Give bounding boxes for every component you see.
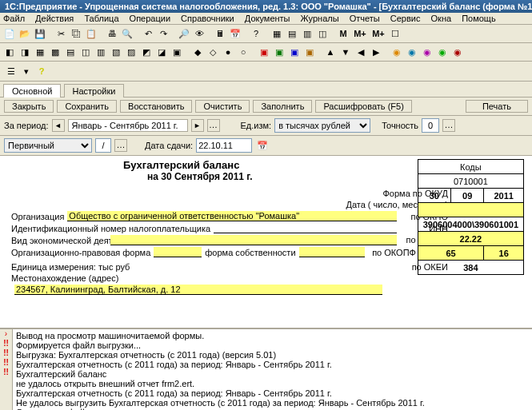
find-icon[interactable]: 🔎 xyxy=(177,26,191,41)
tb2-26-icon[interactable]: ◉ xyxy=(405,45,419,59)
menu-table[interactable]: Таблица xyxy=(84,14,118,23)
cut-icon[interactable]: ✂ xyxy=(54,26,68,41)
period-label: За период: xyxy=(4,121,49,130)
undo-icon[interactable]: ↶ xyxy=(141,26,155,41)
doc4-icon[interactable]: ◫ xyxy=(315,26,330,41)
okpo-value[interactable] xyxy=(418,203,523,217)
tb2-28-icon[interactable]: ◉ xyxy=(435,45,450,59)
save-button[interactable]: Сохранить xyxy=(57,100,117,113)
binoculars-icon[interactable]: 👁 xyxy=(192,26,206,41)
tb2-18-icon[interactable]: ▣ xyxy=(272,45,286,59)
tb2-15-icon[interactable]: ● xyxy=(221,45,235,59)
tb2-2-icon[interactable]: ◨ xyxy=(18,45,32,59)
tb2-10-icon[interactable]: ◩ xyxy=(139,45,154,59)
doc2-icon[interactable]: ▤ xyxy=(285,26,299,41)
help-icon[interactable]: ? xyxy=(249,26,263,41)
tb2-12-icon[interactable]: ▣ xyxy=(170,45,184,59)
tb2-24-icon[interactable]: ▶ xyxy=(369,45,383,59)
org-value[interactable]: Общество с ограниченной ответственностью… xyxy=(67,211,397,221)
copy-icon[interactable]: ⿻ xyxy=(69,26,83,41)
calendar-picker-icon[interactable]: 📅 xyxy=(255,138,270,153)
menu-actions[interactable]: Действия xyxy=(35,14,74,23)
copy-picker-button[interactable]: … xyxy=(114,139,127,152)
period-value: Январь - Сентябрь 2011 г. xyxy=(68,119,188,132)
tb2-14-icon[interactable]: ◇ xyxy=(206,45,220,59)
tb2-7-icon[interactable]: ▥ xyxy=(94,45,108,59)
okopf-value[interactable]: 65 xyxy=(418,246,484,261)
save-icon[interactable]: 💾 xyxy=(33,26,47,41)
tb2-16-icon[interactable]: ○ xyxy=(236,45,250,59)
menu-file[interactable]: Файл xyxy=(3,14,25,23)
tb2-21-icon[interactable]: ▲ xyxy=(323,45,338,59)
precision-input[interactable] xyxy=(422,118,439,133)
tb2-4-icon[interactable]: ▩ xyxy=(48,45,62,59)
tb2-5-icon[interactable]: ▤ xyxy=(63,45,78,59)
mx-icon[interactable]: ☐ xyxy=(388,26,402,41)
calendar-icon[interactable]: 📅 xyxy=(228,26,242,41)
tb3-2-icon[interactable]: ▾ xyxy=(19,64,34,78)
tb2-3-icon[interactable]: ▦ xyxy=(33,45,47,59)
calc-icon[interactable]: 🖩 xyxy=(213,26,227,41)
print-button[interactable]: Печать xyxy=(466,100,528,113)
toolbar-3: ☰ ▾ ? xyxy=(0,62,532,82)
tb2-20-icon[interactable]: ▣ xyxy=(302,45,317,59)
copy-input[interactable] xyxy=(95,138,111,153)
menu-references[interactable]: Справочники xyxy=(181,14,234,23)
menu-service[interactable]: Сервис xyxy=(390,14,421,23)
m-icon[interactable]: M xyxy=(336,26,350,41)
address-value[interactable]: 234567, Калининград, Балтийская, д. 12 xyxy=(14,285,382,295)
tb2-29-icon[interactable]: ◉ xyxy=(450,45,465,59)
ownership-value[interactable] xyxy=(299,247,365,257)
tb2-9-icon[interactable]: ▨ xyxy=(124,45,138,59)
tb2-11-icon[interactable]: ◪ xyxy=(154,45,169,59)
paste-icon[interactable]: 📋 xyxy=(84,26,98,41)
tb2-22-icon[interactable]: ▼ xyxy=(338,45,353,59)
log-line: Вывод на просмотр машиночитаемой формы. xyxy=(16,331,529,340)
okved-value[interactable]: 22.22 xyxy=(418,232,523,246)
tab-settings[interactable]: Настройки xyxy=(64,84,125,98)
m-plus-icon[interactable]: M+ xyxy=(351,26,369,41)
submit-date-input[interactable] xyxy=(196,138,252,153)
menu-help[interactable]: Помощь xyxy=(462,14,496,23)
preview-icon[interactable]: 🔍 xyxy=(120,26,134,41)
tb2-13-icon[interactable]: ◆ xyxy=(190,45,205,59)
tb2-8-icon[interactable]: ▧ xyxy=(109,45,123,59)
unit-select[interactable]: в тысячах рублей xyxy=(274,118,370,133)
menu-journals[interactable]: Журналы xyxy=(301,14,339,23)
new-icon[interactable]: 📄 xyxy=(2,26,17,41)
tb2-1-icon[interactable]: ◧ xyxy=(2,45,17,59)
okfs-value[interactable]: 16 xyxy=(484,246,524,261)
doc1-icon[interactable]: ▦ xyxy=(270,26,284,41)
menu-windows[interactable]: Окна xyxy=(431,14,452,23)
legal-form-value[interactable] xyxy=(154,247,202,257)
tb2-25-icon[interactable]: ◉ xyxy=(390,45,404,59)
period-picker-button[interactable]: … xyxy=(207,119,220,132)
redo-icon[interactable]: ↷ xyxy=(156,26,170,41)
log-text[interactable]: Вывод на просмотр машиночитаемой формы. … xyxy=(13,329,532,410)
tb2-23-icon[interactable]: ◀ xyxy=(354,45,368,59)
activity-value[interactable] xyxy=(110,235,397,245)
fill-button[interactable]: Заполнить xyxy=(253,100,312,113)
tb3-help-icon[interactable]: ? xyxy=(34,64,49,78)
m-plus2-icon[interactable]: M+ xyxy=(370,26,387,41)
clear-button[interactable]: Очистить xyxy=(195,100,250,113)
menu-operations[interactable]: Операции xyxy=(130,14,170,23)
open-icon[interactable]: 📂 xyxy=(18,26,32,41)
tb2-19-icon[interactable]: ▣ xyxy=(287,45,302,59)
period-next-button[interactable]: ► xyxy=(191,119,204,132)
tb2-6-icon[interactable]: ◫ xyxy=(78,45,93,59)
tb2-17-icon[interactable]: ▣ xyxy=(257,45,271,59)
period-prev-button[interactable]: ◄ xyxy=(52,119,65,132)
tb2-27-icon[interactable]: ◉ xyxy=(420,45,434,59)
menu-documents[interactable]: Документы xyxy=(245,14,290,23)
precision-picker-button[interactable]: … xyxy=(442,119,455,132)
print-icon[interactable]: 🖶 xyxy=(105,26,119,41)
report-type-select[interactable]: Первичный xyxy=(4,138,92,153)
decode-button[interactable]: Расшифровать (F5) xyxy=(315,100,411,113)
menu-reports[interactable]: Отчеты xyxy=(350,14,380,23)
tab-main[interactable]: Основной xyxy=(3,84,61,98)
tb3-1-icon[interactable]: ☰ xyxy=(4,64,18,78)
restore-button[interactable]: Восстановить xyxy=(120,100,192,113)
doc3-icon[interactable]: ▥ xyxy=(300,26,314,41)
close-button[interactable]: Закрыть xyxy=(4,100,54,113)
